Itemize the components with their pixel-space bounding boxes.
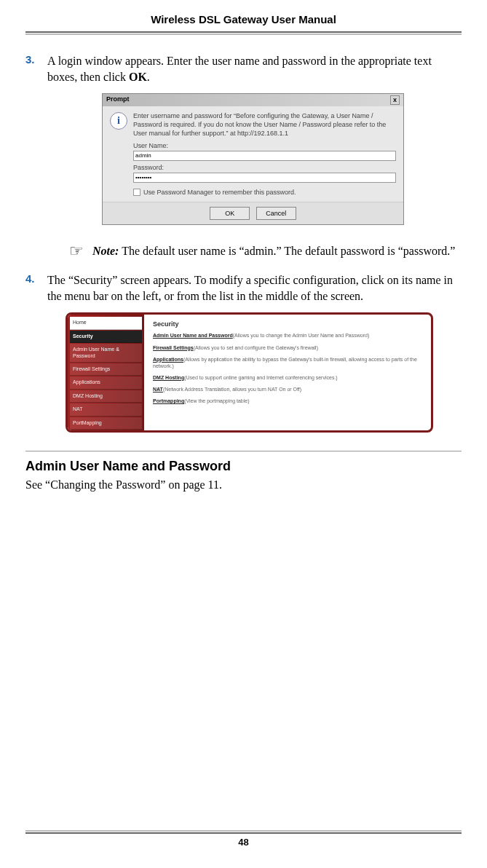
sidebar-item-portmapping[interactable]: PortMapping <box>70 417 142 430</box>
note-text: Note: The default user name is “admin.” … <box>92 243 455 259</box>
security-link[interactable]: Firewall Settings <box>153 345 194 350</box>
security-title: Security <box>153 320 422 328</box>
remember-label: Use Password Manager to remember this pa… <box>143 189 296 196</box>
step-4: 4. The “Security” screen appears. To mod… <box>25 272 462 304</box>
security-link[interactable]: Admin User Name and Password <box>153 333 233 338</box>
step-number: 3. <box>25 53 47 84</box>
sidebar-item-admin[interactable]: Admin User Name & Password <box>70 344 142 363</box>
sidebar-item-firewall[interactable]: Firewall Settings <box>70 363 142 376</box>
step-text: A login window appears. Enter the user n… <box>47 53 462 84</box>
username-input[interactable]: admin <box>133 151 396 161</box>
cancel-button[interactable]: Cancel <box>256 207 296 220</box>
security-link[interactable]: NAT <box>153 387 163 392</box>
security-row-dmz: DMZ Hosting(Used to support online gamin… <box>153 374 422 381</box>
header-divider <box>25 31 462 35</box>
note-body: The default user name is “admin.” The de… <box>119 245 455 257</box>
prompt-content: Enter username and password for “Before … <box>133 112 396 196</box>
step-text-part: A login window appears. Enter the user n… <box>47 55 432 83</box>
security-desc: (Used to support online gaming and Inter… <box>184 375 338 380</box>
sidebar-item-nat[interactable]: NAT <box>70 403 142 416</box>
footer-divider <box>25 830 462 834</box>
step-text: The “Security” screen appears. To modify… <box>47 272 462 304</box>
prompt-body: i Enter username and password for “Befor… <box>103 106 403 202</box>
note-block: ☞ Note: The default user name is “admin.… <box>69 243 462 259</box>
sidebar-item-dmz[interactable]: DMZ Hosting <box>70 390 142 403</box>
section-divider <box>25 451 462 451</box>
security-desc: (Allows you to set and configure the Gat… <box>194 345 318 350</box>
step-text-part: . <box>147 71 150 83</box>
security-row-portmapping: Portmapping(View the portmapping table) <box>153 398 422 404</box>
info-icon: i <box>110 112 127 130</box>
page-header-title: Wireless DSL Gateway User Manual <box>25 0 462 31</box>
sidebar-item-security[interactable]: Security <box>70 331 142 343</box>
security-main: Security Admin User Name and Password(Al… <box>144 315 431 430</box>
sidebar-item-home[interactable]: Home <box>70 317 142 329</box>
prompt-title: Prompt <box>106 95 130 105</box>
prompt-message: Enter username and password for “Before … <box>133 112 396 138</box>
pointing-hand-icon: ☞ <box>69 243 84 259</box>
ok-button[interactable]: OK <box>210 207 250 220</box>
prompt-titlebar: Prompt x <box>103 94 403 106</box>
security-desc: (View the portmapping table) <box>184 398 249 403</box>
remember-checkbox[interactable] <box>133 189 140 196</box>
step-3: 3. A login window appears. Enter the use… <box>25 53 462 84</box>
step-number: 4. <box>25 272 47 304</box>
security-desc: (Allows you to change the Admin User Nam… <box>233 333 370 338</box>
security-desc: (Allows by application the ability to by… <box>153 357 417 368</box>
security-link[interactable]: DMZ Hosting <box>153 375 184 380</box>
note-label: Note: <box>92 245 119 257</box>
section-text: See “Changing the Password” on page 11. <box>25 478 462 492</box>
password-input[interactable]: •••••••• <box>133 173 396 183</box>
sidebar-item-applications[interactable]: Applications <box>70 376 142 389</box>
security-link[interactable]: Applications <box>153 357 183 362</box>
username-label: User Name: <box>133 142 396 149</box>
login-prompt-figure: Prompt x i Enter username and password f… <box>102 93 404 225</box>
security-row-firewall: Firewall Settings(Allows you to set and … <box>153 344 422 351</box>
page-footer: 48 <box>25 830 462 848</box>
prompt-buttons: OK Cancel <box>103 202 403 224</box>
security-row-applications: Applications(Allows by application the a… <box>153 356 422 369</box>
security-row-admin: Admin User Name and Password(Allows you … <box>153 332 422 339</box>
section-heading: Admin User Name and Password <box>25 459 462 474</box>
close-icon[interactable]: x <box>390 95 400 105</box>
security-row-nat: NAT(Network Address Translation, allows … <box>153 386 422 392</box>
step-text-bold: OK <box>129 71 147 83</box>
security-link[interactable]: Portmapping <box>153 398 184 403</box>
security-screen-figure: Home Security Admin User Name & Password… <box>66 312 433 433</box>
page-number: 48 <box>25 837 462 848</box>
security-desc: (Network Address Translation, allows you… <box>163 387 301 392</box>
remember-row: Use Password Manager to remember this pa… <box>133 189 396 196</box>
security-sidebar: Home Security Admin User Name & Password… <box>68 315 144 430</box>
password-label: Password: <box>133 164 396 171</box>
